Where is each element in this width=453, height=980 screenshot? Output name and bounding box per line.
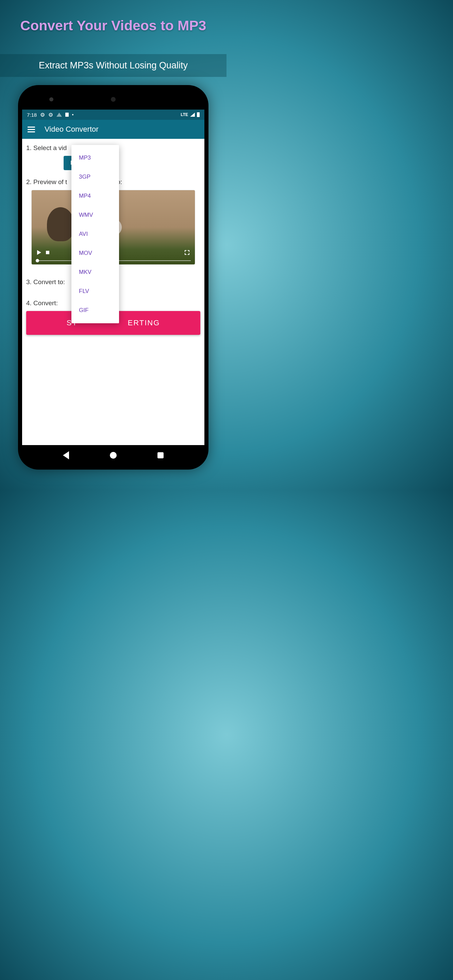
app-title: Video Convertor <box>45 125 99 134</box>
dropdown-item-mp4[interactable]: MP4 <box>72 186 119 205</box>
volume-icon[interactable] <box>46 251 49 254</box>
settings-icon <box>40 111 45 118</box>
nav-back-button[interactable] <box>63 451 69 460</box>
nav-recent-button[interactable] <box>157 452 164 458</box>
dropdown-item-mov[interactable]: MOV <box>72 243 119 263</box>
status-bar: 7:18 LTE <box>22 110 204 120</box>
sd-card-icon <box>65 113 69 117</box>
status-bar-right: LTE <box>181 112 200 117</box>
app-bar: Video Convertor <box>22 120 204 139</box>
nav-home-button[interactable] <box>110 452 117 459</box>
play-icon[interactable] <box>37 250 41 255</box>
phone-inner: 7:18 LTE Video Convertor 1. Select <box>22 89 204 466</box>
settings-icon <box>48 111 53 118</box>
phone-camera-dot <box>111 97 116 102</box>
phone-frame: 7:18 LTE Video Convertor 1. Select <box>18 85 208 469</box>
phone-top-bezel <box>22 89 204 110</box>
marketing-title: Convert Your Videos to MP3 <box>0 18 227 34</box>
marketing-subtitle: Extract MP3s Without Losing Quality <box>0 60 227 71</box>
dropdown-item-flv[interactable]: FLV <box>72 282 119 301</box>
navigation-bar <box>22 445 204 466</box>
phone-sensor-dot <box>49 97 53 102</box>
dropdown-item-mp3[interactable]: MP3 <box>72 148 119 167</box>
dropdown-item-3gp[interactable]: 3GP <box>72 167 119 186</box>
video-progress-thumb[interactable] <box>36 259 39 262</box>
dropdown-item-gif[interactable]: GIF <box>72 301 119 320</box>
wifi-icon <box>56 113 62 117</box>
dropdown-item-mkv[interactable]: MKV <box>72 263 119 282</box>
dropdown-item-avi[interactable]: AVI <box>72 224 119 243</box>
status-bar-left: 7:18 <box>27 111 73 118</box>
fullscreen-icon[interactable] <box>185 250 189 255</box>
app-content: 1. Select a vid DEO 2. Preview of t eo: <box>22 139 204 445</box>
hamburger-menu-icon[interactable] <box>27 127 35 132</box>
dropdown-item-wmv[interactable]: WMV <box>72 205 119 224</box>
status-time: 7:18 <box>27 112 37 118</box>
signal-icon <box>190 113 195 117</box>
more-notifications-icon <box>72 114 73 115</box>
marketing-subtitle-bar: Extract MP3s Without Losing Quality <box>0 54 227 77</box>
format-dropdown-menu: MP3 3GP MP4 WMV AVI MOV MKV FLV GIF <box>72 145 119 323</box>
network-label: LTE <box>181 112 188 117</box>
battery-icon <box>197 112 200 117</box>
video-thumbnail-content <box>47 207 74 241</box>
